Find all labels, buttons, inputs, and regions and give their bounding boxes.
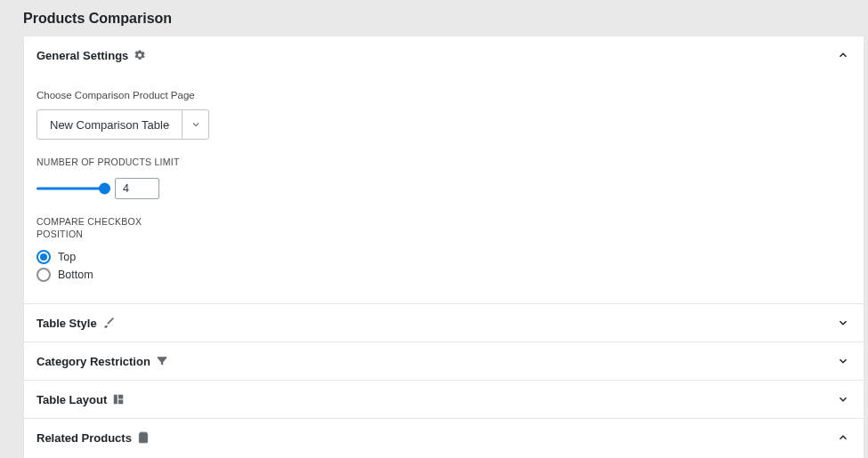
choose-page-value: New Comparison Table [37,110,182,139]
section-category-restriction-header[interactable]: Category Restriction [24,342,864,380]
radio-bottom-row[interactable]: Bottom [37,268,851,282]
limit-slider[interactable] [37,182,104,195]
radio-top-label: Top [58,251,76,263]
slider-thumb[interactable] [99,182,110,194]
filter-icon [156,355,168,367]
section-general-body: Choose Comparison Product Page New Compa… [24,90,864,303]
section-table-layout-title: Table Layout [37,393,107,406]
chevron-up-icon [835,47,851,63]
page-title: Products Comparison [0,0,868,36]
chevron-down-icon [835,315,851,331]
chevron-down-icon [835,391,851,407]
radio-bottom[interactable] [37,268,51,282]
chevron-down-icon [835,353,851,369]
section-table-style-header[interactable]: Table Style [24,304,864,341]
radio-top-row[interactable]: Top [37,250,851,264]
section-general-title: General Settings [37,49,128,62]
slider-track [37,187,104,189]
limit-row: 4 [37,178,851,199]
section-table-style-title: Table Style [37,317,97,330]
settings-panel: General Settings Choose Comparison Produ… [23,36,864,458]
shopping-bag-icon [137,431,150,444]
radio-dot [40,253,47,261]
section-related-products-title: Related Products [37,431,132,445]
radio-top[interactable] [37,250,51,264]
limit-label: Number of Products Limit [37,156,188,169]
section-related-products: Related Products Enable Related Products [24,419,864,458]
section-category-restriction-title: Category Restriction [37,355,150,368]
section-category-restriction: Category Restriction [24,342,864,381]
section-general-header[interactable]: General Settings [24,36,864,74]
choose-page-select[interactable]: New Comparison Table [37,109,209,140]
section-general: General Settings Choose Comparison Produ… [24,36,864,304]
chevron-down-icon [182,110,208,139]
choose-page-label: Choose Comparison Product Page [37,90,851,100]
checkbox-position-label: Compare Checkbox Position [37,215,188,241]
chevron-up-icon [835,430,851,446]
brush-icon [102,317,115,329]
section-table-layout-header[interactable]: Table Layout [24,381,864,418]
section-table-layout: Table Layout [24,381,864,419]
limit-input[interactable]: 4 [115,178,159,199]
section-table-style: Table Style [24,304,864,342]
radio-bottom-label: Bottom [58,269,93,281]
gear-icon [134,49,146,61]
layout-icon [112,393,125,406]
section-related-products-header[interactable]: Related Products [24,419,864,456]
